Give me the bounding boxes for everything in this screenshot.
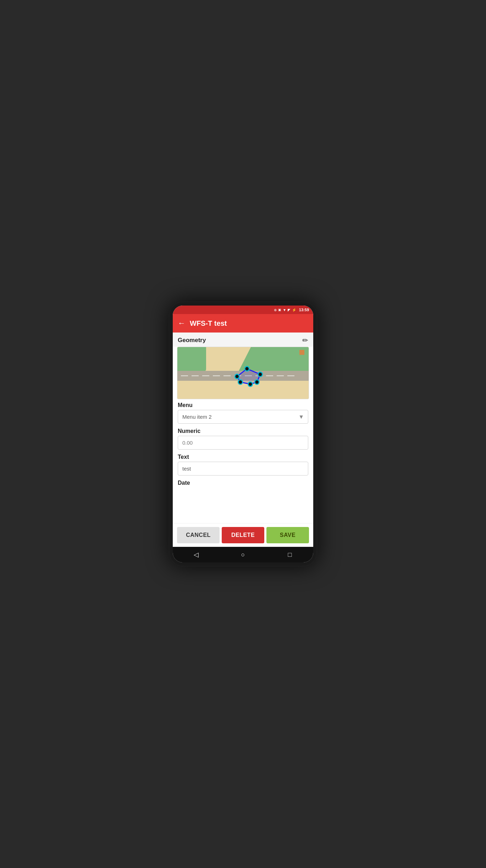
- text-input[interactable]: [178, 462, 308, 476]
- node-dot: [259, 373, 262, 376]
- delete-button[interactable]: DELETE: [222, 527, 264, 543]
- status-time: 13:59: [299, 308, 309, 312]
- back-button[interactable]: ←: [178, 319, 186, 328]
- map-background: [177, 347, 309, 399]
- save-button[interactable]: SAVE: [266, 527, 309, 543]
- node-dot: [236, 375, 239, 378]
- text-field-group: Text: [173, 451, 313, 477]
- numeric-input[interactable]: [178, 436, 308, 450]
- app-bar: ← WFS-T test: [173, 314, 313, 333]
- nav-back-button[interactable]: ◁: [189, 548, 203, 562]
- nav-home-button[interactable]: ○: [236, 548, 250, 562]
- geometry-overlay: [177, 347, 309, 399]
- text-label: Text: [178, 454, 308, 460]
- status-bar: ⊕ ▣ ▼ ◤ ⚡ 13:59: [173, 306, 313, 314]
- node-dot: [239, 380, 242, 384]
- node-dot: [249, 383, 252, 386]
- menu-select[interactable]: Menu item 1 Menu item 2 Menu item 3: [178, 410, 308, 424]
- location-icon: ⊕: [274, 308, 277, 312]
- phone-screen: ⊕ ▣ ▼ ◤ ⚡ 13:59 ← WFS-T test Geometry ✏: [173, 306, 313, 562]
- geometry-edit-icon[interactable]: ✏: [302, 336, 308, 345]
- geometry-section-header: Geometry ✏: [173, 333, 313, 347]
- wifi-icon: ▼: [283, 308, 286, 312]
- node-dot: [255, 380, 259, 384]
- content-area: Geometry ✏: [173, 333, 313, 523]
- numeric-label: Numeric: [178, 428, 308, 434]
- nav-bar: ◁ ○ □: [173, 547, 313, 562]
- geometry-label: Geometry: [178, 337, 206, 344]
- battery-icon: ⚡: [292, 308, 296, 312]
- signal-icon: ◤: [288, 308, 291, 312]
- menu-field-group: Menu Menu item 1 Menu item 2 Menu item 3…: [173, 399, 313, 425]
- node-dot: [245, 367, 249, 370]
- numeric-field-group: Numeric: [173, 425, 313, 451]
- map-thumbnail[interactable]: [177, 347, 309, 399]
- phone-frame: ⊕ ▣ ▼ ◤ ⚡ 13:59 ← WFS-T test Geometry ✏: [169, 301, 317, 567]
- bottom-bar: CANCEL DELETE SAVE: [173, 523, 313, 547]
- status-icons: ⊕ ▣ ▼ ◤ ⚡ 13:59: [274, 308, 309, 312]
- cancel-button[interactable]: CANCEL: [177, 527, 220, 543]
- date-field-group: Date: [173, 477, 313, 489]
- app-title: WFS-T test: [190, 319, 227, 328]
- vibrate-icon: ▣: [278, 308, 281, 312]
- nav-recent-button[interactable]: □: [283, 548, 297, 562]
- menu-select-wrapper[interactable]: Menu item 1 Menu item 2 Menu item 3 ▼: [178, 410, 308, 424]
- menu-label: Menu: [178, 402, 308, 408]
- date-label: Date: [178, 480, 308, 486]
